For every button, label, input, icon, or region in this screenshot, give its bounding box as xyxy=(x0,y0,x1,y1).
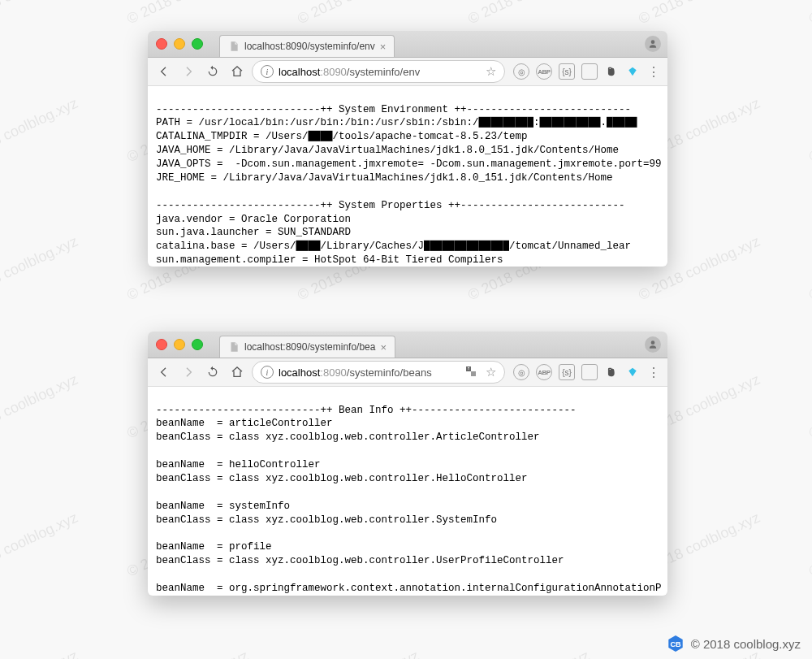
close-tab-icon[interactable]: × xyxy=(380,341,387,353)
extension-icon[interactable] xyxy=(625,365,640,379)
profile-avatar-button[interactable] xyxy=(645,36,661,52)
toolbar: i localhost:8090/systeminfo/beans ☆ ◎ AB… xyxy=(148,358,667,387)
url-text: localhost:8090/systeminfo/env xyxy=(279,66,420,78)
tab-bar: localhost:8090/systeminfo/bea × xyxy=(148,332,667,358)
person-icon xyxy=(647,339,659,350)
extension-icon[interactable] xyxy=(625,64,640,79)
address-bar[interactable]: i localhost:8090/systeminfo/env ☆ xyxy=(252,60,505,83)
svg-text:CB: CB xyxy=(670,640,681,648)
translate-icon[interactable] xyxy=(464,365,477,380)
url-text: localhost:8090/systeminfo/beans xyxy=(279,366,432,379)
close-window-button[interactable] xyxy=(156,339,167,350)
adblock-icon[interactable]: ABP xyxy=(536,364,552,380)
tab-title: localhost:8090/systeminfo/env xyxy=(244,41,375,52)
footer-text: © 2018 coolblog.xyz xyxy=(691,637,801,651)
document-icon xyxy=(228,341,240,353)
coolblog-badge-icon: CB xyxy=(667,635,685,652)
browser-window-beans: localhost:8090/systeminfo/bea × i localh… xyxy=(148,332,667,596)
reload-button[interactable] xyxy=(203,62,222,81)
bookmark-star-icon[interactable]: ☆ xyxy=(486,365,496,379)
evernote-icon[interactable] xyxy=(604,365,619,379)
reload-button[interactable] xyxy=(203,362,222,382)
profile-avatar-button[interactable] xyxy=(645,336,661,353)
browser-tab[interactable]: localhost:8090/systeminfo/env × xyxy=(219,35,395,57)
maximize-window-button[interactable] xyxy=(192,38,203,50)
extension-icon[interactable] xyxy=(581,364,598,380)
window-controls xyxy=(148,332,211,358)
evernote-icon[interactable] xyxy=(604,64,619,79)
minimize-window-button[interactable] xyxy=(174,38,185,50)
extensions: ◎ ABP {s} ⋮ xyxy=(510,364,661,380)
browser-window-env: localhost:8090/systeminfo/env × i localh… xyxy=(148,31,667,267)
page-content: ---------------------------++ Bean Info … xyxy=(148,397,667,596)
forward-button[interactable] xyxy=(179,62,198,81)
back-button[interactable] xyxy=(154,362,174,382)
extension-icon[interactable]: {s} xyxy=(559,63,575,80)
footer: CB © 2018 coolblog.xyz xyxy=(667,635,801,652)
toolbar: i localhost:8090/systeminfo/env ☆ ◎ ABP … xyxy=(148,58,667,86)
page-content: ---------------------------++ System Env… xyxy=(148,97,667,267)
document-icon xyxy=(228,41,240,52)
person-icon xyxy=(647,38,659,50)
site-info-icon[interactable]: i xyxy=(261,366,274,379)
extension-icon[interactable]: ◎ xyxy=(513,364,529,380)
minimize-window-button[interactable] xyxy=(174,339,185,350)
address-bar[interactable]: i localhost:8090/systeminfo/beans ☆ xyxy=(252,361,505,384)
menu-icon[interactable]: ⋮ xyxy=(646,365,661,379)
window-controls xyxy=(148,31,211,57)
extension-icon[interactable]: {s} xyxy=(559,364,575,380)
adblock-icon[interactable]: ABP xyxy=(536,63,552,80)
extension-icon[interactable] xyxy=(581,63,598,80)
back-button[interactable] xyxy=(154,62,174,81)
bookmark-star-icon[interactable]: ☆ xyxy=(486,64,496,79)
menu-icon[interactable]: ⋮ xyxy=(646,64,661,79)
site-info-icon[interactable]: i xyxy=(261,65,274,78)
maximize-window-button[interactable] xyxy=(192,339,203,350)
home-button[interactable] xyxy=(227,362,247,382)
close-tab-icon[interactable]: × xyxy=(380,41,387,53)
tab-bar: localhost:8090/systeminfo/env × xyxy=(148,31,667,58)
tab-title: localhost:8090/systeminfo/bea xyxy=(244,341,375,353)
extension-icon[interactable]: ◎ xyxy=(513,63,529,80)
browser-tab[interactable]: localhost:8090/systeminfo/bea × xyxy=(219,336,395,358)
forward-button[interactable] xyxy=(179,362,198,382)
close-window-button[interactable] xyxy=(156,38,167,50)
home-button[interactable] xyxy=(227,62,247,81)
extensions: ◎ ABP {s} ⋮ xyxy=(510,63,661,80)
